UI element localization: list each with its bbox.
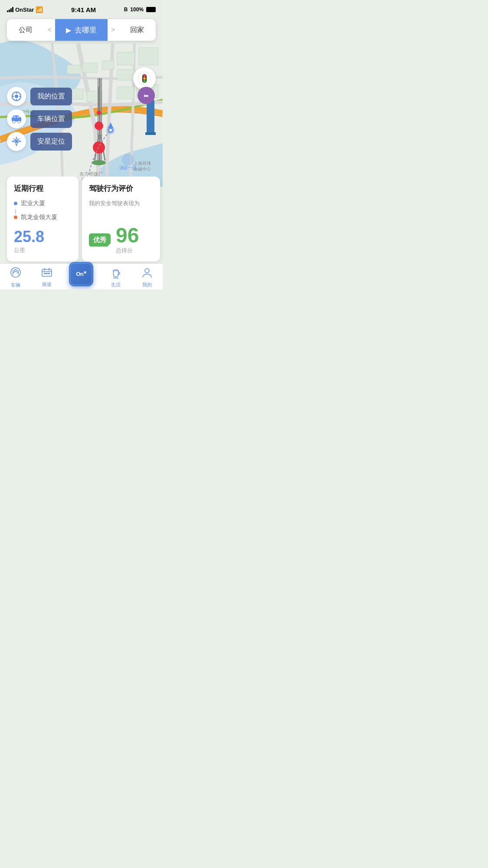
score-number: 96 [116, 225, 139, 246]
driving-eval-subtitle: 我的安全驾驶表现为 [89, 200, 153, 207]
tab-vehicle-label: 车辆 [11, 282, 20, 288]
mine-icon [142, 267, 152, 280]
search-bar: 公司 < ▶ 去哪里 > 回家 [7, 19, 156, 41]
trip-to: 凯龙金领大厦 [14, 213, 72, 221]
svg-point-67 [145, 269, 149, 273]
svg-point-30 [122, 154, 134, 166]
tab-center[interactable]: On★ [62, 264, 100, 290]
tab-trip-label: 旅途 [42, 281, 52, 288]
svg-point-39 [143, 75, 146, 77]
svg-rect-4 [67, 65, 80, 74]
tab-mine[interactable]: 我的 [131, 265, 163, 288]
tab-life-label: 生活 [111, 282, 121, 288]
vehicle-icon [10, 267, 21, 281]
score-label: 总得分 [116, 247, 139, 255]
status-time: 9:41 AM [71, 6, 96, 13]
status-bar: OnStar 📶 9:41 AM B 100% [0, 0, 163, 19]
company-label: 公司 [19, 26, 33, 35]
trip-unit: 公里 [14, 246, 72, 254]
svg-point-21 [95, 121, 103, 130]
vehicle-location-label[interactable]: 车辆位置 [30, 110, 72, 128]
trip-distance: 25.8 [14, 229, 72, 245]
my-location-label[interactable]: 我的位置 [30, 88, 72, 105]
tab-life[interactable]: 生活 [100, 265, 131, 288]
tab-bar: 车辆 旅途 On★ [0, 263, 163, 289]
wifi-icon: 📶 [36, 6, 43, 13]
chevron-right-icon: > [111, 26, 115, 34]
grade-badge: 优秀 [89, 233, 111, 247]
to-dot [14, 216, 17, 219]
svg-rect-53 [17, 116, 19, 118]
battery-label: 100% [130, 7, 144, 13]
driving-eval-title: 驾驶行为评价 [89, 183, 153, 193]
svg-rect-52 [13, 116, 16, 118]
map-location-buttons: 我的位置 车辆位置 安星定位 [7, 87, 72, 151]
home-label: 回家 [130, 26, 144, 35]
my-location-button[interactable]: 我的位置 [7, 87, 72, 106]
home-button[interactable]: 回家 [118, 26, 156, 35]
satellite-location-button[interactable]: 安星定位 [7, 132, 72, 151]
svg-point-41 [143, 80, 146, 82]
svg-rect-61 [46, 273, 48, 274]
svg-point-22 [97, 111, 101, 115]
signal-icon [7, 7, 13, 12]
navigate-button[interactable]: ▶ 去哪里 [55, 19, 107, 41]
tab-mine-label: 我的 [142, 282, 152, 288]
trip-from: 宏业大厦 [14, 200, 72, 207]
svg-point-35 [109, 129, 112, 131]
company-button[interactable]: 公司 [7, 26, 44, 35]
driving-eval-card[interactable]: 驾驶行为评价 我的安全驾驶表现为 优秀 96 总得分 [82, 177, 160, 262]
svg-rect-13 [145, 132, 156, 135]
svg-rect-11 [147, 100, 154, 134]
svg-text:东方明珠广: 东方明珠广 [79, 171, 103, 177]
bluetooth-icon: B [124, 7, 128, 13]
vehicle-location-button[interactable]: 车辆位置 [7, 109, 72, 128]
svg-point-43 [15, 95, 18, 98]
chevron-left-icon: < [48, 26, 52, 34]
svg-rect-60 [44, 273, 46, 274]
hotel-icon: 🛏 [138, 87, 155, 104]
vehicle-location-icon [7, 109, 26, 128]
tab-vehicle[interactable]: 车辆 [0, 265, 31, 288]
svg-point-19 [92, 160, 106, 165]
recent-trip-title: 近期行程 [14, 183, 72, 193]
svg-rect-62 [48, 273, 50, 274]
tab-trip[interactable]: 旅途 [31, 266, 62, 288]
carrier-label: OnStar [15, 7, 34, 13]
svg-point-50 [13, 121, 15, 123]
satellite-location-icon [7, 132, 26, 151]
svg-rect-1 [117, 52, 134, 65]
recent-trip-card[interactable]: 近期行程 宏业大厦 凯龙金领大厦 25.8 公里 [7, 177, 79, 262]
onstar-center-button[interactable]: On★ [69, 262, 93, 286]
svg-point-40 [143, 77, 146, 80]
battery-icon [146, 7, 156, 12]
svg-rect-5 [82, 63, 98, 72]
trip-icon [41, 268, 52, 280]
navigate-label: 去哪里 [75, 25, 97, 35]
svg-rect-6 [102, 61, 114, 69]
nav-prev[interactable]: < [44, 26, 55, 34]
bottom-cards: 近期行程 宏业大厦 凯龙金领大厦 25.8 公里 驾驶行为评价 我的安全驾驶表现… [0, 177, 163, 263]
svg-point-51 [18, 121, 20, 123]
svg-rect-3 [117, 69, 134, 80]
driving-score-row: 优秀 96 总得分 [89, 225, 153, 255]
svg-text:汤臣一品: 汤臣一品 [119, 165, 137, 170]
onstar-icon: On★ [76, 270, 87, 277]
traffic-camera-icon[interactable] [133, 67, 156, 90]
svg-rect-7 [117, 87, 134, 99]
from-dot [14, 202, 17, 205]
navigate-icon: ▶ [66, 26, 71, 34]
my-location-icon [7, 87, 26, 106]
life-icon [111, 267, 121, 280]
nav-next[interactable]: > [108, 26, 118, 34]
svg-rect-2 [139, 48, 158, 65]
satellite-location-label[interactable]: 安星定位 [30, 133, 72, 151]
